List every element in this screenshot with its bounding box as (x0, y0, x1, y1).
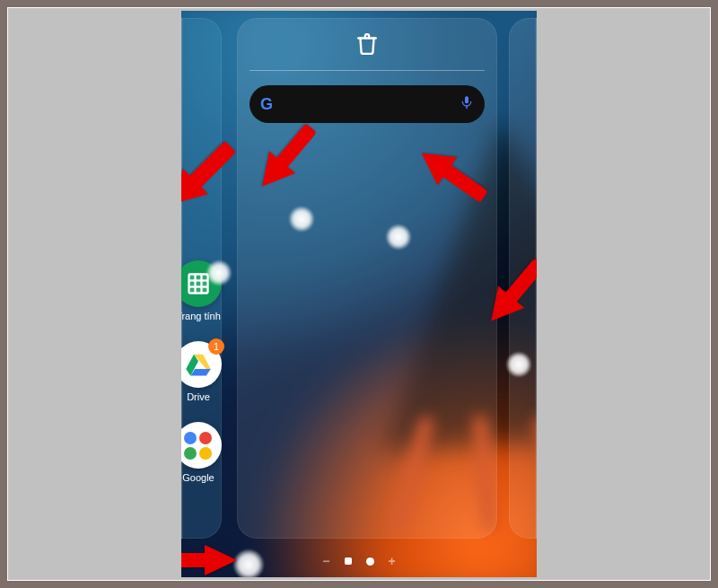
highlight-dot (386, 224, 411, 250)
page-dot-current[interactable] (366, 557, 374, 566)
drive-icon: 1 (181, 341, 222, 388)
app-drive[interactable]: 1 Drive (181, 341, 222, 402)
add-page-icon[interactable]: + (389, 554, 396, 568)
google-folder-label: Google (182, 472, 214, 483)
google-search-widget[interactable]: G (250, 85, 485, 123)
drive-label: Drive (187, 391, 210, 402)
drive-badge: 1 (208, 338, 224, 355)
svg-rect-0 (189, 275, 208, 294)
app-google-folder[interactable]: Google (181, 422, 222, 483)
mic-icon[interactable] (460, 95, 474, 113)
screenshot-frame: Trang tính 1 Drive (7, 7, 711, 581)
highlight-dot (506, 352, 531, 377)
trash-icon[interactable] (355, 32, 379, 59)
sheets-label: Trang tính (181, 311, 221, 321)
home-page-center[interactable]: G (237, 18, 497, 539)
phone-screen: Trang tính 1 Drive (181, 11, 537, 577)
divider (250, 70, 485, 71)
google-folder-icon (181, 422, 222, 469)
page-indicator-bar[interactable]: − + (181, 554, 537, 568)
remove-page-icon[interactable]: − (322, 554, 329, 568)
home-indicator-icon[interactable] (345, 557, 352, 565)
google-logo: G (260, 95, 273, 114)
highlight-dot (289, 206, 314, 232)
highlight-dot (206, 260, 232, 285)
